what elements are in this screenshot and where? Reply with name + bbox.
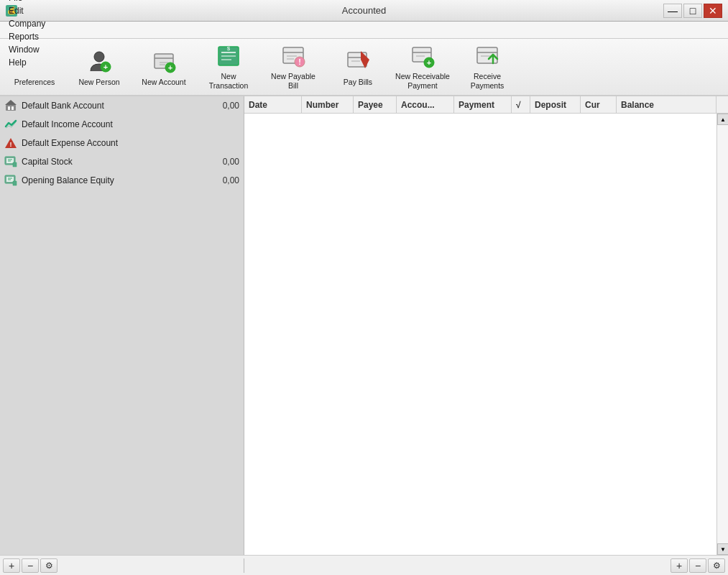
column-header-date: Date [244,96,302,113]
new-receivable-payment-label: New Receivable Payment [395,72,451,90]
sidebar-item-default-bank[interactable]: Default Bank Account 0,00 [0,96,244,115]
column-header-cur: Cur [581,96,617,113]
default-bank-label: Default Bank Account [22,101,218,111]
opening-balance-label: Opening Balance Equity [22,175,218,185]
new-account-label: New Account [142,78,185,87]
new-person-label: New Person [78,78,119,87]
menu-item-edit[interactable]: Edit [3,4,51,17]
menu-bar: FileEditCompanyReportsWindowHelp [0,22,728,39]
title-bar-controls: — □ ✕ [663,4,722,18]
svg-rect-36 [8,106,10,110]
sidebar-item-default-income[interactable]: Default Income Account [0,115,244,134]
default-income-icon [4,118,17,131]
new-payable-bill-toolbar-button[interactable]: ! New Payable Bill [262,41,325,93]
receive-payments-icon [473,43,502,69]
transaction-settings-button[interactable]: ⚙ [708,558,725,573]
new-account-toolbar-button[interactable]: + New Account [132,41,195,93]
table-header: DateNumberPayeeAccou...Payment√DepositCu… [244,96,728,114]
table-body [244,114,717,555]
svg-text:+: + [168,63,172,72]
maximize-button[interactable]: □ [683,4,702,18]
default-expense-label: Default Expense Account [22,138,239,148]
column-header-check: √ [512,96,530,113]
new-transaction-toolbar-button[interactable]: $ New Transaction [197,41,260,93]
new-person-toolbar-button[interactable]: + New Person [68,41,131,93]
pay-bills-label: Pay Bills [344,78,372,87]
column-header-deposit: Deposit [530,96,581,113]
new-receivable-payment-toolbar-button[interactable]: + New Receivable Payment [391,41,454,93]
svg-marker-49 [13,181,17,185]
column-header-payment: Payment [454,96,512,113]
new-person-icon: + [85,47,114,75]
column-header-account: Accou... [397,96,454,113]
add-account-button[interactable]: + [3,558,20,573]
svg-text:!: ! [10,141,12,148]
svg-point-0 [94,52,104,62]
column-header-payee: Payee [354,96,397,113]
status-bar-right: + − ⚙ [668,558,728,573]
menu-item-company[interactable]: Company [3,17,51,30]
new-transaction-icon: $ [214,43,243,69]
scroll-down-arrow[interactable]: ▼ [717,543,728,555]
sidebar-item-capital-stock[interactable]: Capital Stock 0,00 [0,152,244,171]
pay-bills-icon [344,47,372,75]
add-transaction-button[interactable]: + [671,558,688,573]
opening-balance-icon [4,174,17,187]
default-income-label: Default Income Account [22,119,239,129]
column-header-balance: Balance [617,96,717,113]
remove-transaction-button[interactable]: − [689,558,706,573]
receive-payments-toolbar-button[interactable]: Receive Payments [456,41,519,93]
close-button[interactable]: ✕ [704,4,722,18]
sidebar: Default Bank Account 0,00 Default Income… [0,96,244,555]
new-transaction-label: New Transaction [201,72,257,90]
account-settings-button[interactable]: ⚙ [40,558,57,573]
svg-text:+: + [427,58,431,67]
opening-balance-value: 0,00 [223,175,239,185]
new-payable-bill-label: New Payable Bill [265,72,321,90]
svg-marker-44 [13,162,17,167]
remove-account-button[interactable]: − [22,558,39,573]
window-title: Accounted [342,5,386,16]
svg-rect-37 [11,106,14,110]
preferences-icon [20,47,49,75]
column-header-number: Number [302,96,354,113]
default-bank-value: 0,00 [223,101,239,111]
sidebar-item-default-expense[interactable]: ! Default Expense Account [0,134,244,152]
pay-bills-toolbar-button[interactable]: Pay Bills [326,41,390,93]
receive-payments-label: Receive Payments [459,72,515,90]
content-area: DateNumberPayeeAccou...Payment√DepositCu… [244,96,728,555]
preferences-toolbar-button[interactable]: Preferences [3,41,66,93]
minimize-button[interactable]: — [663,4,682,18]
table-body-wrapper: ▲ ▼ [244,114,728,555]
default-expense-icon: ! [4,137,17,150]
status-bar-left: + − ⚙ [0,558,244,573]
scrollbar-right[interactable]: ▲ ▼ [717,114,728,555]
new-payable-bill-icon: ! [279,43,308,69]
svg-text:!: ! [298,58,301,66]
new-account-icon: + [149,47,178,75]
svg-text:+: + [103,63,108,71]
new-receivable-payment-icon: + [408,43,437,69]
preferences-label: Preferences [14,78,55,87]
capital-stock-value: 0,00 [223,157,239,167]
svg-marker-35 [5,100,17,105]
main-area: Default Bank Account 0,00 Default Income… [0,96,728,555]
capital-stock-icon [4,155,17,168]
svg-rect-34 [6,105,16,111]
capital-stock-label: Capital Stock [22,157,218,167]
toolbar: Preferences + New Person + New [0,39,728,96]
scroll-up-arrow[interactable]: ▲ [717,114,728,125]
title-bar: 💰 Accounted — □ ✕ [0,0,728,22]
status-bar: + − ⚙ + − ⚙ [0,555,728,575]
svg-text:$: $ [227,45,231,52]
default-bank-icon [4,99,17,112]
sidebar-item-opening-balance[interactable]: Opening Balance Equity 0,00 [0,171,244,190]
